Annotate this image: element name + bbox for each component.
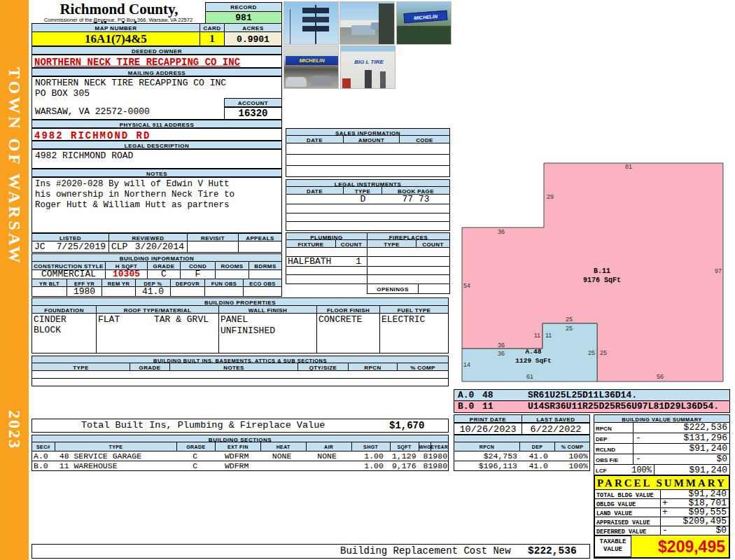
bvs-row-rpcn: RPCN $222,536 [594, 423, 729, 433]
built-ins-header: TYPE GRADE NOTES QTY/SIZE RPCN % COMP [31, 363, 449, 371]
built-ins-total-row: Total Built Ins, Plumbing & Fireplace Va… [31, 419, 449, 433]
sec-a-rpcn: $24,753 [454, 451, 520, 461]
reviewed-label: REVIEWED [109, 234, 188, 241]
roof-label: ROOF TYPE/MATERIAL [97, 306, 219, 313]
section-row-b-left: B.0 11 WAREHOUSE C WDFRM 1.00 9,176 8 19… [31, 461, 449, 471]
sketch-legend-a: A.0 48 SR61U25L25D11L36D14. [454, 389, 730, 401]
account-value: 16320 [224, 107, 282, 120]
listed-by: JC [32, 241, 46, 252]
bvs-obs-label: OBS F/E [594, 454, 633, 464]
listed-date: 7/25/2019 [57, 241, 108, 252]
built-ins-title: BUILDING BUILT INS, BASEMENTS, ATTICS & … [31, 356, 449, 363]
print-date-value: 10/26/2023 [454, 423, 522, 435]
legal-description-label: LEGAL DESCRIPTION [31, 141, 282, 149]
legend-a-sec: A.0 [454, 390, 482, 400]
fireplaces-header: TYPE COUNT [367, 240, 450, 248]
svg-text:11: 11 [534, 332, 540, 339]
svg-text:25: 25 [566, 316, 573, 323]
legend-a-code: 48 [482, 390, 510, 400]
section-row-a-right: $24,753 41.0 100% [454, 451, 590, 461]
review-header-row: LISTED REVIEWED REVISIT APPEALS [31, 233, 282, 241]
reviewed-date: 3/20/2014 [135, 241, 187, 252]
bvs-row-rclnd: RCLND $91,240 [594, 444, 729, 454]
listed-label: LISTED [32, 234, 109, 241]
svg-text:25: 25 [566, 325, 573, 332]
sec-a-whgt: 8 [416, 451, 428, 461]
sec-a-comp: 100% [555, 451, 589, 461]
effyr-value: 1980 [67, 287, 102, 296]
year-label: 2023 [5, 410, 24, 449]
building-information-title: BUILDING INFORMATION [31, 253, 282, 262]
michelin-awning-text: MICHELIN [286, 56, 338, 65]
inst-date-label: DATE [286, 187, 344, 194]
sec-a-sqft: 1,129 [388, 451, 416, 461]
sec-shgt-label: SHGT [352, 442, 391, 451]
fuel-type-value: ELECTRIC [380, 314, 448, 353]
sec-b-heat [259, 461, 304, 470]
record-label: RECORD [205, 2, 282, 12]
yrblt-label: YR BLT [32, 279, 67, 286]
parcel-summary: PARCEL SUMMARY TOTAL BLDG VALUE $91,240 … [594, 475, 730, 559]
fuel-type-label: FUEL TYPE [380, 306, 448, 313]
ecoobs-label: ECO OBS [244, 279, 281, 286]
sec-a-eyear: 1980 [428, 451, 448, 461]
parcel-summary-title: PARCEL SUMMARY [595, 476, 729, 490]
last-saved-value: 6/22/2022 [522, 423, 590, 435]
roof-value: FLAT TAR & GRVL [97, 314, 219, 353]
construction-style-value: COMMERCIAL [32, 270, 106, 279]
physical-address-label: PHYSICAL 911 ADDRESS [31, 120, 282, 128]
photo-michelin-sign[interactable]: MICHELIN [396, 1, 451, 45]
bi-qty-label: QTY/SIZE [298, 363, 349, 370]
notes-line-1: Ins #2020-028 By will of Edwin V Hutt [35, 179, 281, 190]
photo-road-signs[interactable] [284, 1, 339, 45]
foundation-label: FOUNDATION [32, 306, 97, 313]
sketch-b-label: B.11 [594, 267, 610, 275]
appeals-value [239, 241, 281, 252]
building-properties-title: BUILDING PROPERTIES [31, 298, 449, 306]
sec-rpcn-label: RPCN [454, 442, 520, 451]
yrblt-value [32, 287, 67, 296]
deeded-owner-value: NORTHERN NECK TIRE RECAPPING CO INC [31, 55, 282, 68]
revisit-value [188, 241, 239, 252]
sec-heat-label: HEAT [261, 442, 307, 451]
sketch-a-sqft: 1129 SqFt [515, 357, 551, 365]
legend-b-vector: U14SR36U11R25D25R56U97L81D29L36D54. [510, 401, 719, 412]
notes-block: Ins #2020-028 By will of Edwin V Hutt hi… [31, 177, 282, 233]
fireplace-count-label: COUNT [416, 240, 449, 247]
photo-street-view[interactable] [340, 1, 395, 45]
building-sketch: B.11 9176 SqFt A.48 1129 SqFt 81 29 36 5… [454, 160, 732, 387]
sales-code-label: CODE [400, 136, 449, 143]
reviewed-by: CLP [109, 241, 127, 252]
map-number-value: 16A1(7)4&5 [31, 31, 200, 46]
bvs-dep-value: $131,296 [684, 433, 727, 443]
notes-line-2: his ownership in Northern Neck Tire to [35, 190, 281, 200]
building-sections-title: BUILDING SECTIONS [31, 435, 449, 442]
svg-text:11: 11 [545, 332, 552, 339]
sec-b-num: B.0 [32, 461, 55, 470]
bvs-obs-value: $0 [716, 454, 727, 464]
sec-whgt-label: WHGT [419, 442, 431, 451]
funobs-value [205, 287, 244, 296]
legend-b-code: 11 [482, 401, 510, 412]
photo-big-l-tire[interactable]: BIG L TIRE [340, 46, 396, 89]
svg-text:61: 61 [526, 373, 533, 380]
bi-notes-label: NOTES [170, 363, 298, 370]
sec-a-shgt: 1.00 [349, 451, 388, 461]
sec-a-grade: C [176, 451, 214, 461]
sales-title: SALES INFORMATION [286, 128, 450, 136]
sec-b-shgt: 1.00 [349, 461, 388, 470]
inst-type-label: TYPE [344, 187, 382, 194]
sec-b-type: 11 WAREHOUSE [55, 461, 176, 470]
sec-a-extfin: WDFRM [214, 451, 259, 461]
remyr-value [102, 287, 136, 296]
sales-amount-label: AMOUNT [344, 136, 400, 143]
mailing-line-1: NORTHERN NECK TIRE RECAPPING CO INC [35, 78, 226, 88]
acres-value: 0.9901 [224, 31, 282, 46]
plumbing-rows: HALFBATH 1 [286, 248, 368, 284]
sec-a-air: NONE [304, 451, 349, 461]
photo-michelin-storefront[interactable]: MICHELIN [284, 46, 339, 89]
commissioner-line: Commissioner of the Revenue, PO Box 366,… [31, 17, 205, 23]
notes-line-3: Roger Hutt & William Hutt as partners [35, 200, 281, 211]
instruments-rows: D 77 73 [286, 195, 450, 231]
sec-b-comp: 100% [555, 461, 589, 470]
